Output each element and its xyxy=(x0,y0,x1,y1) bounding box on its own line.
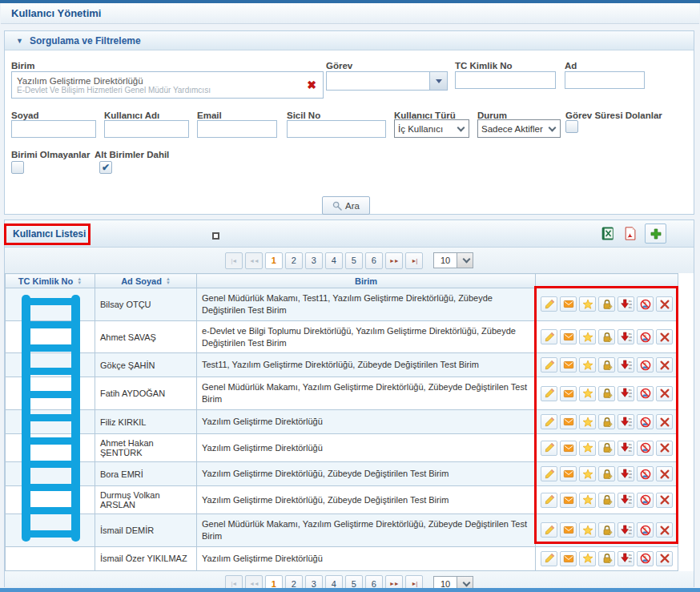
lock-edit-button[interactable] xyxy=(598,466,615,481)
lock-edit-button[interactable] xyxy=(598,441,615,456)
download-info-button[interactable]: 01 10 01 xyxy=(618,414,634,429)
delete-button[interactable] xyxy=(656,441,673,456)
star-button[interactable] xyxy=(579,329,596,344)
page-button-1[interactable]: 1 xyxy=(265,252,283,269)
download-info-button[interactable]: 01 10 01 xyxy=(618,386,634,401)
email-button[interactable] xyxy=(560,551,577,566)
next-page-button[interactable]: ►► xyxy=(385,252,403,269)
email-button[interactable] xyxy=(560,493,577,508)
block-user-button[interactable] xyxy=(637,441,654,456)
download-info-button[interactable]: 01 10 01 xyxy=(618,441,634,456)
tc-kimlik-input[interactable] xyxy=(455,71,556,89)
star-button[interactable] xyxy=(579,493,596,508)
kullanici-adi-input[interactable] xyxy=(104,120,189,138)
page-button-5[interactable]: 5 xyxy=(345,252,363,269)
page-button-3[interactable]: 3 xyxy=(305,252,323,269)
download-info-button[interactable]: 01 10 01 xyxy=(618,357,634,373)
block-user-button[interactable] xyxy=(637,386,654,401)
email-button[interactable] xyxy=(560,357,577,373)
email-button[interactable] xyxy=(560,466,577,481)
page-button-2[interactable]: 2 xyxy=(285,252,303,269)
lock-edit-button[interactable] xyxy=(598,551,615,566)
block-user-button[interactable] xyxy=(637,357,654,373)
alt-birimler-dahil-checkbox[interactable]: ✔ xyxy=(99,161,112,174)
edit-button[interactable] xyxy=(541,386,557,401)
edit-button[interactable] xyxy=(541,466,557,481)
block-user-button[interactable] xyxy=(637,414,654,429)
edit-button[interactable] xyxy=(541,493,557,508)
lock-edit-button[interactable] xyxy=(598,296,615,312)
lock-edit-button[interactable] xyxy=(598,522,615,538)
delete-button[interactable] xyxy=(656,386,673,401)
page-button-4[interactable]: 4 xyxy=(325,252,343,269)
delete-button[interactable] xyxy=(656,414,673,429)
block-user-button[interactable] xyxy=(637,329,654,344)
download-info-button[interactable]: 01 10 01 xyxy=(618,551,634,566)
gorev-dropdown[interactable] xyxy=(326,71,448,91)
filter-panel-header[interactable]: ▼ Sorgulama ve Filtreleme xyxy=(5,31,694,50)
email-button[interactable] xyxy=(560,386,577,401)
birimi-olmayanlar-checkbox[interactable]: ✔ xyxy=(11,161,24,174)
star-button[interactable] xyxy=(579,466,596,481)
edit-button[interactable] xyxy=(541,329,557,344)
add-user-button[interactable] xyxy=(645,224,666,244)
page-size-select[interactable]: 10 xyxy=(433,252,473,268)
delete-button[interactable] xyxy=(656,466,673,481)
lock-edit-button[interactable] xyxy=(598,357,615,373)
delete-button[interactable] xyxy=(656,357,673,373)
first-page-button[interactable]: |◄ xyxy=(225,252,243,269)
delete-button[interactable] xyxy=(656,329,673,344)
star-button[interactable] xyxy=(579,441,596,456)
download-info-button[interactable]: 01 10 01 xyxy=(618,329,634,344)
email-button[interactable] xyxy=(560,329,577,344)
star-button[interactable] xyxy=(579,296,596,312)
delete-button[interactable] xyxy=(656,522,673,538)
download-info-button[interactable]: 01 10 01 xyxy=(618,466,634,481)
sicil-no-input[interactable] xyxy=(287,120,386,138)
block-user-button[interactable] xyxy=(637,466,654,481)
page-button-6[interactable]: 6 xyxy=(365,252,383,269)
edit-button[interactable] xyxy=(541,357,557,373)
download-info-button[interactable]: 01 10 01 xyxy=(618,522,634,538)
lock-edit-button[interactable] xyxy=(598,414,615,429)
edit-button[interactable] xyxy=(541,414,557,429)
ad-input[interactable] xyxy=(565,71,645,89)
block-user-button[interactable] xyxy=(637,296,654,312)
lock-edit-button[interactable] xyxy=(598,386,615,401)
lock-edit-button[interactable] xyxy=(598,493,615,508)
edit-button[interactable] xyxy=(541,551,557,566)
prev-page-button[interactable]: ◄◄ xyxy=(245,252,263,269)
download-info-button[interactable]: 01 10 01 xyxy=(618,296,634,312)
star-button[interactable] xyxy=(579,386,596,401)
excel-export-button[interactable] xyxy=(601,226,615,241)
star-button[interactable] xyxy=(579,551,596,566)
gorev-suresi-dolanlar-checkbox[interactable]: ✔ xyxy=(565,120,578,133)
birim-field[interactable]: Yazılım Geliştirme Direktörlüğü E-Devlet… xyxy=(11,71,324,99)
email-input[interactable] xyxy=(197,120,277,138)
lock-edit-button[interactable] xyxy=(598,329,615,344)
pdf-export-button[interactable] xyxy=(623,226,637,241)
edit-button[interactable] xyxy=(541,296,557,312)
delete-button[interactable] xyxy=(656,551,673,566)
block-user-button[interactable] xyxy=(637,551,654,566)
email-button[interactable] xyxy=(560,414,577,429)
kullanici-turu-select[interactable]: İç Kullanıcı xyxy=(394,119,469,138)
panel-toggle-handle[interactable] xyxy=(212,232,219,240)
birim-clear-icon[interactable]: ✖ xyxy=(300,79,323,91)
delete-button[interactable] xyxy=(656,296,673,312)
edit-button[interactable] xyxy=(541,441,557,456)
durum-select[interactable]: Sadece Aktifler xyxy=(477,119,561,138)
search-button[interactable]: Ara xyxy=(322,196,370,215)
block-user-button[interactable] xyxy=(637,522,654,538)
star-button[interactable] xyxy=(579,522,596,538)
col-header-ad-soyad[interactable]: Ad Soyad ▲▼ xyxy=(95,274,197,288)
soyad-input[interactable] xyxy=(11,120,96,138)
email-button[interactable] xyxy=(560,441,577,456)
star-button[interactable] xyxy=(579,357,596,373)
gorev-dropdown-button[interactable] xyxy=(429,72,447,90)
last-page-button[interactable]: ►| xyxy=(405,252,423,269)
edit-button[interactable] xyxy=(541,522,557,538)
star-button[interactable] xyxy=(579,414,596,429)
col-header-tc-kimlik[interactable]: TC Kimlik No ▲▼ xyxy=(6,274,95,288)
email-button[interactable] xyxy=(560,522,577,538)
